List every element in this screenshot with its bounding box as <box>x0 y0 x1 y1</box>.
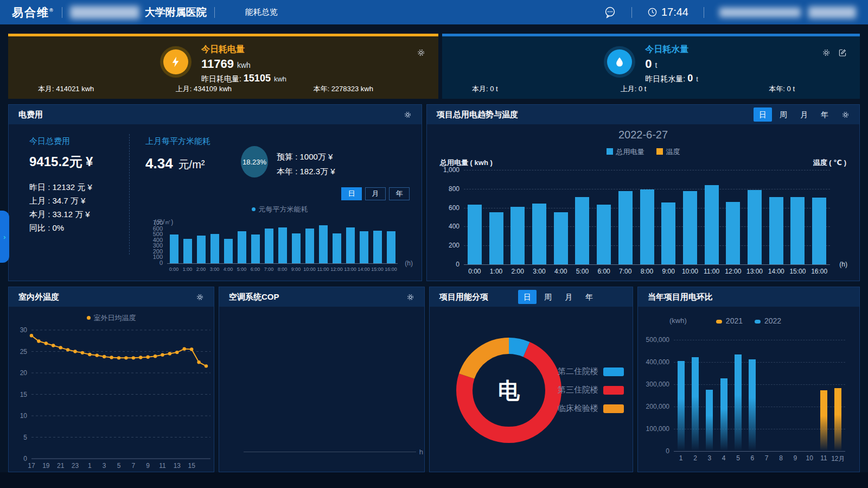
tab-day[interactable]: 日 <box>518 290 537 304</box>
dashboard-page: 易合维® 大学附属医院 能耗总览 17: <box>0 0 868 488</box>
sqm-energy-label: 上月每平方米能耗 <box>145 136 210 147</box>
edit-icon[interactable] <box>838 48 847 57</box>
legend-building-3[interactable]: 第三住院楼 <box>548 385 624 395</box>
x-axis-unit: h <box>419 448 423 456</box>
today-water-value: 0t <box>645 57 698 71</box>
water-summary-card: 今日耗水量 0t 昨日耗水量:0t 本月: 0 t 上月: 0 t 本年: 0 … <box>442 34 860 99</box>
sidebar-expand-handle[interactable]: › <box>0 211 9 263</box>
legend-temperature[interactable]: 温度 <box>656 147 680 157</box>
divider <box>129 134 130 255</box>
clock-icon <box>647 7 658 17</box>
sqm-energy-value: 4.34元/m² <box>145 155 210 172</box>
legend-2022[interactable]: 2022 <box>755 316 781 325</box>
legend-total-electricity[interactable]: 总用电量 <box>607 147 644 157</box>
legend-swatch <box>607 148 613 155</box>
tab-month[interactable]: 月 <box>795 107 813 122</box>
legend-swatch <box>656 148 663 155</box>
panel-title: 室内外温度 <box>18 292 59 302</box>
legend-swatch <box>603 386 624 395</box>
card-title: 今日耗电量 <box>201 44 286 55</box>
electricity-summary-card: 今日耗电量 11769kwh 昨日耗电量:15105kwh 本月: 414021… <box>8 34 438 99</box>
yearly-electricity-comparison-panel: 当年项目用电环比 (kwh) 2021 2022 0100,000200,000… <box>637 287 860 472</box>
settings-icon[interactable] <box>406 293 414 301</box>
tab-month[interactable]: 月 <box>365 187 386 200</box>
nav-menu-energy-overview[interactable]: 能耗总览 <box>245 7 278 17</box>
svg-text:15: 15 <box>20 391 28 398</box>
svg-text:9: 9 <box>146 462 150 470</box>
outdoor-temperature-line-chart: 0510152025301719212313579111315 <box>13 322 212 472</box>
legend-swatch <box>603 404 624 413</box>
legend-2021[interactable]: 2021 <box>716 316 743 325</box>
today-total-fee-label: 今日总费用 <box>29 136 129 147</box>
footer-strip <box>0 472 868 488</box>
legend-dot <box>252 207 256 211</box>
panel-title: 空调系统COP <box>229 292 279 302</box>
month-stat: 本月: 0 t <box>472 84 498 94</box>
chart-date-title: 2022-6-27 <box>427 129 859 141</box>
svg-text:15: 15 <box>188 462 195 470</box>
tab-day[interactable]: 日 <box>754 107 772 122</box>
fee-bar-chart: 01002003004005006007000:001:002:003:004:… <box>145 212 414 276</box>
lightning-icon <box>160 46 192 78</box>
panel-title: 项目总用电趋势与温度 <box>437 110 518 120</box>
year-stat: 本年: 0 t <box>769 84 795 94</box>
water-drop-icon <box>604 46 635 78</box>
fee-stat-last-month: 上月 : 34.7 万 ¥ <box>29 194 129 207</box>
brand-logo: 易合维® <box>12 5 54 20</box>
last-month-stat: 上月: 0 t <box>621 84 647 94</box>
trend-bar-chart: 02004006008001,0000:001:002:003:004:005:… <box>438 162 848 281</box>
svg-text:30: 30 <box>20 326 28 334</box>
legend-clinical-lab[interactable]: 临床检验楼 <box>548 403 624 414</box>
indoor-outdoor-temperature-panel: 室内外温度 室外日均温度 051015202530171921231357911… <box>8 287 214 472</box>
tab-day[interactable]: 日 <box>341 187 362 200</box>
trend-period-tabs: 日 周 月 年 <box>754 107 834 122</box>
settings-icon[interactable] <box>196 293 204 301</box>
tab-year[interactable]: 年 <box>389 187 410 200</box>
budget-line: 预算 : 1000万 ¥ <box>277 149 335 164</box>
settings-icon[interactable] <box>822 48 831 57</box>
svg-text:19: 19 <box>42 462 50 470</box>
tab-month[interactable]: 月 <box>559 290 578 304</box>
fee-period-tabs: 日 月 年 <box>341 187 410 200</box>
chevron-right-icon: › <box>3 233 5 241</box>
empty-chart-axis <box>244 452 416 452</box>
water-period-stats: 本月: 0 t 上月: 0 t 本年: 0 t <box>442 84 860 94</box>
fee-stat-yesterday: 昨日 : 12132 元 ¥ <box>29 180 129 194</box>
month-stat: 本月: 414021 kwh <box>38 84 94 94</box>
hospital-name: 大学附属医院 <box>70 5 207 20</box>
yesterday-water: 昨日耗水量:0t <box>645 73 698 84</box>
total-electricity-trend-panel: 项目总用电趋势与温度 日 周 月 年 2022-6-2 <box>426 104 860 281</box>
electricity-fee-panel: 电费用 今日总费用 9415.2元 ¥ 昨日 : 12132 元 ¥ 上月 : <box>8 104 422 281</box>
hvac-cop-panel: 空调系统COP h <box>219 287 425 472</box>
redacted-user-info <box>808 7 856 18</box>
svg-text:17: 17 <box>28 462 35 470</box>
breakdown-period-tabs: 日 周 月 年 <box>518 290 598 304</box>
svg-text:25: 25 <box>20 348 28 356</box>
tab-week[interactable]: 周 <box>774 107 793 122</box>
tab-year[interactable]: 年 <box>580 290 598 304</box>
registered-mark: ® <box>49 8 54 13</box>
settings-icon[interactable] <box>841 111 850 119</box>
svg-text:10: 10 <box>20 412 28 420</box>
svg-text:11: 11 <box>159 462 166 470</box>
panel-title: 项目用能分项 <box>439 292 488 302</box>
svg-text:0: 0 <box>23 455 27 462</box>
fee-stat-this-month: 本月 : 33.12 万 ¥ <box>29 207 129 221</box>
legend-swatch <box>603 367 624 376</box>
energy-breakdown-panel: 项目用能分项 日 周 月 年 电 第二住院楼 第三住院楼 临床检验楼 <box>429 287 633 472</box>
svg-text:20: 20 <box>20 369 28 377</box>
today-electricity-value: 11769kwh <box>201 57 286 71</box>
divider <box>704 7 704 18</box>
divider <box>631 7 632 18</box>
tab-week[interactable]: 周 <box>539 290 557 304</box>
settings-icon[interactable] <box>417 48 425 57</box>
settings-icon[interactable] <box>404 111 412 119</box>
message-icon[interactable] <box>604 6 616 18</box>
svg-text:13: 13 <box>174 462 181 470</box>
legend-swatch <box>716 320 722 324</box>
divider <box>214 7 215 18</box>
svg-text:7: 7 <box>131 462 135 470</box>
legend-building-2[interactable]: 第二住院楼 <box>548 366 624 377</box>
tab-year[interactable]: 年 <box>815 107 834 122</box>
yoy-bar-chart: 0100,000200,000300,000400,000500,0001234… <box>643 331 853 472</box>
